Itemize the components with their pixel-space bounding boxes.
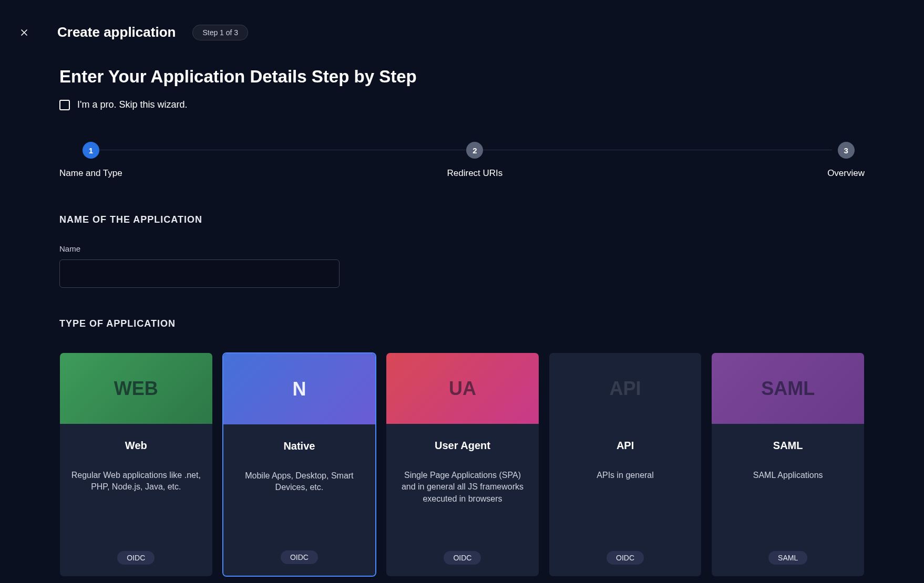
card-web-tag: OIDC: [117, 551, 155, 565]
card-api-tag: OIDC: [607, 551, 644, 565]
card-web-title: Web: [125, 440, 147, 452]
card-ua-tag: OIDC: [444, 551, 481, 565]
card-web-desc: Regular Web applications like .net, PHP,…: [70, 470, 202, 540]
card-saml-tag: SAML: [768, 551, 807, 565]
close-button[interactable]: [18, 26, 30, 39]
card-saml[interactable]: SAML SAML SAML Applications SAML: [711, 352, 865, 577]
name-input[interactable]: [59, 259, 340, 288]
step-label-2: Redirect URIs: [447, 168, 503, 179]
step-label-3: Overview: [827, 168, 865, 179]
card-api-desc: APIs in general: [597, 470, 654, 540]
step-name-and-type[interactable]: 1 Name and Type: [59, 142, 122, 179]
type-section-title: TYPE OF APPLICATION: [59, 318, 865, 329]
card-ua-title: User Agent: [435, 440, 490, 452]
skip-wizard-label: I'm a pro. Skip this wizard.: [77, 99, 188, 110]
card-saml-body: SAML SAML Applications SAML: [712, 424, 864, 576]
step-overview[interactable]: 3 Overview: [827, 142, 865, 179]
step-badge: Step 1 of 3: [192, 25, 248, 40]
card-saml-title: SAML: [773, 440, 803, 452]
step-circle-1: 1: [83, 142, 99, 159]
name-field-label: Name: [59, 244, 865, 253]
card-native-banner: N: [223, 353, 376, 424]
card-native-body: Native Mobile Apps, Desktop, Smart Devic…: [223, 424, 376, 576]
card-native[interactable]: N Native Mobile Apps, Desktop, Smart Dev…: [222, 352, 377, 577]
subtitle: Enter Your Application Details Step by S…: [59, 67, 865, 87]
card-native-desc: Mobile Apps, Desktop, Smart Devices, etc…: [234, 470, 365, 540]
card-api-title: API: [617, 440, 634, 452]
card-web[interactable]: WEB Web Regular Web applications like .n…: [59, 352, 213, 577]
card-ua-body: User Agent Single Page Applications (SPA…: [386, 424, 539, 576]
card-api[interactable]: API API APIs in general OIDC: [549, 352, 702, 577]
card-api-banner: API: [549, 353, 702, 424]
close-icon: [19, 27, 29, 38]
type-cards: WEB Web Regular Web applications like .n…: [59, 352, 865, 577]
card-saml-desc: SAML Applications: [753, 470, 823, 540]
stepper: 1 Name and Type 2 Redirect URIs 3 Overvi…: [59, 142, 865, 179]
card-ua-desc: Single Page Applications (SPA) and in ge…: [397, 470, 528, 540]
card-native-title: Native: [283, 440, 315, 452]
card-user-agent[interactable]: UA User Agent Single Page Applications (…: [386, 352, 539, 577]
skip-wizard-checkbox[interactable]: [59, 100, 70, 110]
page-title: Create application: [57, 24, 176, 40]
card-native-tag: OIDC: [281, 550, 318, 564]
card-web-banner: WEB: [60, 353, 212, 424]
card-api-body: API APIs in general OIDC: [549, 424, 702, 576]
name-section-title: NAME OF THE APPLICATION: [59, 214, 865, 225]
step-circle-2: 2: [466, 142, 483, 159]
step-redirect-uris[interactable]: 2 Redirect URIs: [447, 142, 503, 179]
step-circle-3: 3: [838, 142, 855, 159]
card-web-body: Web Regular Web applications like .net, …: [60, 424, 212, 576]
card-ua-banner: UA: [386, 353, 539, 424]
card-saml-banner: SAML: [712, 353, 864, 424]
step-label-1: Name and Type: [59, 168, 122, 179]
